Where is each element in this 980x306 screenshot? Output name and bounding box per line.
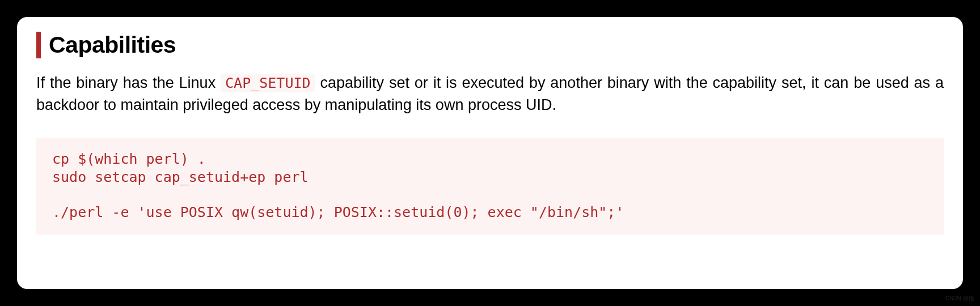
code-content: cp $(which perl) . sudo setcap cap_setui… bbox=[52, 150, 928, 221]
description-text-1: If the binary has the Linux bbox=[36, 74, 221, 91]
description-paragraph: If the binary has the Linux CAP_SETUID c… bbox=[36, 72, 944, 116]
content-card: Capabilities If the binary has the Linux… bbox=[17, 17, 963, 289]
heading-text: Capabilities bbox=[49, 32, 176, 58]
inline-code-capability: CAP_SETUID bbox=[221, 74, 315, 92]
watermark: CSDN @恪 bbox=[945, 295, 974, 303]
heading-accent-bar bbox=[36, 32, 41, 58]
code-block: cp $(which perl) . sudo setcap cap_setui… bbox=[36, 138, 944, 235]
section-heading: Capabilities bbox=[36, 32, 944, 58]
